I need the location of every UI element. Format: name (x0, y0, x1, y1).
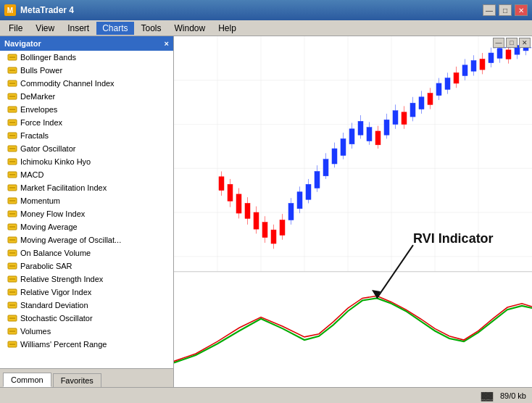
chart-type-icon: ▓▓ (481, 391, 493, 400)
navigator-close-button[interactable]: × (165, 39, 169, 48)
menu-help[interactable]: Help (212, 22, 242, 35)
indicator-icon (7, 196, 17, 206)
list-item[interactable]: Bollinger Bands (0, 51, 173, 64)
navigator-tabs: Common Favorites (0, 368, 173, 387)
list-item[interactable]: Stochastic Oscillator (0, 312, 173, 325)
list-item[interactable]: Fractals (0, 129, 173, 142)
maximize-button[interactable]: □ (499, 4, 512, 16)
list-item[interactable]: Williams' Percent Range (0, 338, 173, 351)
chart-close-button[interactable]: ✕ (519, 38, 531, 48)
main-content: Navigator × Bollinger Bands Bulls Power (0, 36, 532, 387)
menu-charts[interactable]: Charts (96, 22, 133, 35)
indicator-icon (7, 65, 17, 75)
indicator-icon (7, 104, 17, 115)
indicator-icon (7, 274, 17, 284)
list-item[interactable]: Moving Average of Oscillat... (0, 233, 173, 246)
list-item[interactable]: Moving Average (0, 220, 173, 233)
list-item[interactable]: Volumes (0, 325, 173, 338)
navigator-list[interactable]: Bollinger Bands Bulls Power Commodity Ch… (0, 51, 173, 368)
indicator-icon (7, 326, 17, 336)
navigator-title: Navigator (4, 39, 41, 48)
indicator-icon (7, 170, 17, 180)
tab-common[interactable]: Common (3, 373, 51, 387)
indicator-icon (7, 339, 17, 349)
list-item[interactable]: Standard Deviation (0, 299, 173, 312)
file-size-label: 89/0 kb (500, 391, 526, 400)
indicator-icon (7, 300, 17, 310)
list-item[interactable]: Gator Oscillator (0, 142, 173, 155)
title-bar: M MetaTrader 4 — □ ✕ (0, 0, 532, 20)
menu-window[interactable]: Window (169, 22, 212, 35)
menu-insert[interactable]: Insert (62, 22, 95, 35)
chart-area[interactable]: — □ ✕ (174, 36, 532, 387)
menu-bar: File View Insert Charts Tools Window Hel… (0, 20, 532, 36)
app-title: MetaTrader 4 (20, 5, 74, 15)
minimize-button[interactable]: — (483, 4, 496, 16)
indicator-icon (7, 52, 17, 62)
list-item[interactable]: Relative Strength Index (0, 273, 173, 286)
indicator-icon (7, 222, 17, 232)
list-item[interactable]: Ichimoku Kinko Hyo (0, 155, 173, 168)
indicator-icon (7, 91, 17, 101)
menu-view[interactable]: View (30, 22, 60, 35)
navigator-header: Navigator × (0, 36, 173, 51)
navigator-panel: Navigator × Bollinger Bands Bulls Power (0, 36, 174, 387)
list-item[interactable]: DeMarker (0, 90, 173, 103)
indicator-icon (7, 235, 17, 245)
chart-svg: RVI Indicator (174, 36, 532, 387)
indicator-icon (7, 248, 17, 258)
list-item[interactable]: Market Facilitation Index (0, 181, 173, 194)
list-item[interactable]: On Balance Volume (0, 246, 173, 259)
svg-text:RVI Indicator: RVI Indicator (413, 230, 494, 246)
chart-minimize-button[interactable]: — (493, 38, 504, 48)
menu-tools[interactable]: Tools (136, 22, 167, 35)
list-item[interactable]: Force Index (0, 116, 173, 129)
list-item[interactable]: MACD (0, 168, 173, 181)
indicator-icon (7, 287, 17, 297)
status-bar: ▓▓ 89/0 kb (0, 387, 532, 403)
chart-restore-button[interactable]: □ (506, 38, 518, 48)
indicator-icon (7, 183, 17, 193)
menu-file[interactable]: File (3, 22, 28, 35)
indicator-icon (7, 78, 17, 88)
list-item[interactable]: Relative Vigor Index (0, 286, 173, 299)
list-item[interactable]: Momentum (0, 194, 173, 207)
indicator-icon (7, 157, 17, 167)
indicator-icon (7, 261, 17, 271)
indicator-icon (7, 144, 17, 154)
title-controls: — □ ✕ (483, 4, 528, 16)
indicator-icon (7, 209, 17, 219)
list-item[interactable]: Commodity Channel Index (0, 77, 173, 90)
indicator-icon (7, 313, 17, 323)
close-button[interactable]: ✕ (515, 4, 528, 16)
list-item[interactable]: Envelopes (0, 103, 173, 116)
list-item[interactable]: Parabolic SAR (0, 259, 173, 273)
indicator-icon (7, 130, 17, 141)
list-item[interactable]: Money Flow Index (0, 207, 173, 220)
indicator-icon (7, 117, 17, 128)
list-item[interactable]: Bulls Power (0, 64, 173, 77)
app-icon: M (4, 4, 16, 16)
tab-favorites[interactable]: Favorites (53, 373, 101, 387)
